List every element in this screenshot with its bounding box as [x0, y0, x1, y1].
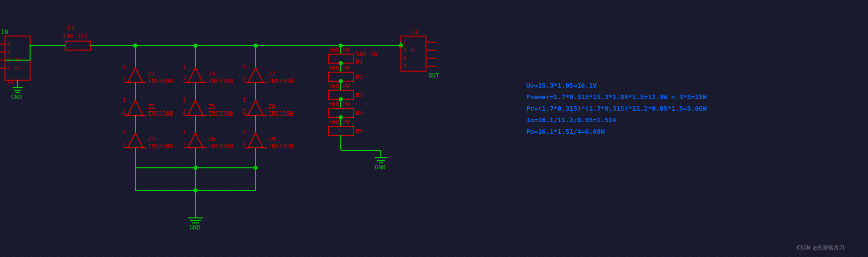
svg-text:2: 2 [243, 141, 246, 148]
svg-text:IN5338B: IN5338B [268, 143, 294, 150]
svg-marker-28 [128, 68, 143, 83]
svg-text:J1: J1 [411, 29, 418, 36]
svg-text:F1: F1 [68, 25, 75, 32]
svg-text:Z5: Z5 [208, 103, 215, 110]
svg-text:3: 3 [403, 47, 406, 54]
svg-point-158 [339, 97, 343, 101]
svg-text:2: 2 [243, 76, 246, 83]
svg-text:IN5338B: IN5338B [148, 78, 173, 85]
svg-text:216.315: 216.315 [63, 33, 88, 40]
svg-rect-20 [65, 41, 90, 50]
svg-point-157 [339, 79, 343, 83]
svg-text:56R  2W: 56R 2W [356, 51, 378, 58]
svg-text:GND: GND [11, 94, 22, 101]
svg-text:IN5338B: IN5338B [208, 110, 234, 117]
svg-text:B: B [411, 47, 414, 54]
svg-text:56R  2W: 56R 2W [328, 119, 350, 126]
svg-text:Z4: Z4 [208, 71, 215, 78]
svg-text:A: A [403, 55, 407, 62]
svg-text:IN5338B: IN5338B [268, 110, 294, 117]
svg-text:56R  2W: 56R 2W [328, 47, 350, 54]
svg-text:Z2: Z2 [148, 103, 155, 110]
svg-text:R2: R2 [356, 74, 363, 81]
svg-text:56R  2W: 56R 2W [328, 83, 350, 90]
svg-text:56R  2W: 56R 2W [328, 65, 350, 72]
svg-marker-77 [188, 133, 203, 148]
svg-text:IN5338B: IN5338B [148, 110, 173, 117]
svg-text:1: 1 [122, 96, 126, 103]
svg-text:56R  2W: 56R 2W [328, 101, 350, 108]
schematic-diagram: 4 3 2 1 A+ B- J3 IN GND F1 216.315 [0, 0, 868, 257]
svg-text:2: 2 [122, 141, 126, 148]
svg-text:R4: R4 [356, 110, 363, 117]
svg-text:4: 4 [7, 41, 11, 48]
svg-point-156 [339, 61, 343, 65]
svg-text:IN5338B: IN5338B [268, 78, 294, 85]
svg-point-159 [339, 115, 343, 119]
svg-marker-38 [128, 100, 143, 115]
svg-marker-90 [248, 68, 263, 83]
calc-3: Pr=(1.7*0.315)*(1.7*0.315)*11.2*0.05*1.5… [526, 105, 707, 112]
svg-text:2: 2 [122, 76, 126, 83]
svg-text:4: 4 [403, 63, 406, 70]
svg-marker-68 [188, 100, 203, 115]
svg-marker-59 [188, 68, 203, 83]
svg-text:1: 1 [122, 64, 126, 71]
svg-text:1: 1 [182, 96, 186, 103]
svg-text:1: 1 [182, 129, 186, 136]
svg-text:3: 3 [7, 49, 11, 56]
svg-text:2: 2 [243, 108, 246, 115]
svg-text:Z1: Z1 [148, 71, 155, 78]
watermark-text: CSDN @天涯铭月刀 [797, 244, 844, 251]
svg-marker-47 [128, 133, 143, 148]
svg-text:2: 2 [182, 108, 186, 115]
calc-4: Io=16.1/11.2/0.95=1.51A [526, 116, 616, 124]
svg-marker-99 [248, 100, 263, 115]
calc-1: Uo=15.3*1.05=16.1V [526, 82, 597, 89]
svg-text:R3: R3 [356, 92, 363, 99]
svg-text:1: 1 [243, 64, 246, 71]
svg-text:1: 1 [7, 65, 11, 72]
svg-text:1: 1 [122, 129, 126, 136]
svg-text:Z6: Z6 [208, 136, 215, 143]
svg-text:~: ~ [333, 56, 337, 63]
svg-text:B-: B- [15, 65, 22, 72]
calc-2: Pzener=1.7*0.315*15.3*1.05*1.5=12.9W < 3… [526, 93, 707, 101]
svg-text:OUT: OUT [428, 72, 440, 79]
svg-rect-146 [328, 126, 353, 135]
calc-5: Po=16.1*1.51/4=6.08W [526, 128, 605, 135]
svg-text:R5: R5 [356, 128, 363, 135]
svg-text:2: 2 [403, 39, 406, 46]
svg-text:IN5338B: IN5338B [208, 143, 234, 150]
svg-text:2: 2 [122, 108, 126, 115]
svg-text:Z3: Z3 [148, 136, 155, 143]
svg-point-176 [133, 44, 137, 48]
svg-text:GND: GND [189, 224, 200, 231]
svg-text:2: 2 [182, 141, 186, 148]
svg-text:Z7: Z7 [268, 71, 275, 78]
svg-text:1: 1 [243, 129, 246, 136]
svg-point-183 [193, 188, 197, 192]
svg-text:2: 2 [182, 76, 186, 83]
svg-text:1: 1 [243, 96, 246, 103]
svg-text:Z8: Z8 [268, 103, 275, 110]
svg-text:IN: IN [1, 29, 8, 36]
svg-text:IN5338B: IN5338B [208, 78, 234, 85]
svg-text:Z9: Z9 [268, 136, 275, 143]
svg-marker-108 [248, 133, 263, 148]
svg-text:IN5338B: IN5338B [148, 143, 173, 150]
svg-text:R1: R1 [356, 59, 363, 66]
svg-text:GND: GND [375, 164, 386, 171]
svg-point-177 [193, 44, 197, 48]
svg-text:1: 1 [182, 64, 186, 71]
svg-text:J3: J3 [6, 79, 13, 86]
